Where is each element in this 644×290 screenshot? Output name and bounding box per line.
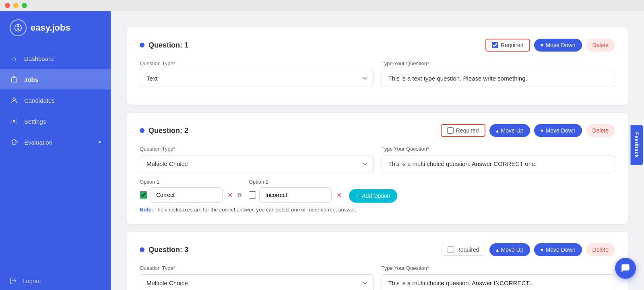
question-3-number: Question: 3 bbox=[149, 246, 188, 254]
option-2-wrap: ✕ bbox=[249, 187, 343, 203]
move-down-button-1[interactable]: ▾ Move Down bbox=[534, 39, 582, 52]
option-2-checkbox[interactable] bbox=[249, 191, 256, 199]
question-2-header: Question: 2 Required ▴ Move Up ▾ Move Do… bbox=[140, 124, 615, 137]
required-checkbox-2[interactable]: Required bbox=[441, 124, 485, 137]
chat-bubble[interactable] bbox=[615, 258, 636, 279]
option-1-copy-button[interactable]: ⧉ bbox=[236, 191, 243, 200]
question-3-form-row: Question Type* Text Multiple Choice Shor… bbox=[140, 265, 615, 290]
question-dot-2 bbox=[140, 128, 144, 133]
settings-icon bbox=[10, 117, 19, 126]
chevron-up-icon-3: ▴ bbox=[496, 246, 499, 253]
option-1-delete-button[interactable]: ✕ bbox=[226, 191, 234, 200]
question-1-controls: Required ▾ Move Down Delete bbox=[485, 39, 615, 52]
nav-label-candidates: Candidates bbox=[24, 97, 55, 104]
nav-label-settings: Settings bbox=[24, 118, 46, 125]
question-1-text-group: Type Your Question* bbox=[382, 60, 615, 87]
sidebar-nav: ⌂ Dashboard Jobs Candidates Settings E bbox=[0, 48, 111, 271]
question-card-2: Question: 2 Required ▴ Move Up ▾ Move Do… bbox=[127, 113, 628, 224]
chevron-down-icon-1: ▾ bbox=[541, 42, 543, 48]
svg-point-1 bbox=[17, 25, 19, 27]
question-3-controls: Required ▴ Move Up ▾ Move Down Delete bbox=[442, 243, 615, 256]
required-checkbox-2-input[interactable] bbox=[447, 127, 454, 134]
question-2-text-group: Type Your Question* bbox=[382, 146, 615, 172]
question-1-type-group: Question Type* Text Multiple Choice Shor… bbox=[140, 60, 374, 87]
question-2-controls: Required ▴ Move Up ▾ Move Down Delete bbox=[441, 124, 615, 137]
question-3-text-input[interactable] bbox=[382, 274, 615, 290]
candidates-icon bbox=[10, 96, 19, 105]
nav-label-jobs: Jobs bbox=[24, 76, 38, 83]
options-row-2: Option 1 ✕ ⧉ Option 2 ✕ bbox=[140, 179, 615, 203]
delete-button-1[interactable]: Delete bbox=[586, 39, 615, 52]
sidebar-item-evaluation[interactable]: Evaluation ▾ bbox=[0, 132, 111, 152]
move-up-button-3[interactable]: ▴ Move Up bbox=[489, 243, 530, 256]
minimize-button[interactable] bbox=[13, 3, 19, 8]
close-button[interactable] bbox=[5, 3, 10, 8]
question-3-type-label: Question Type* bbox=[140, 265, 374, 271]
option-1-input[interactable] bbox=[150, 187, 223, 203]
question-1-type-label: Question Type* bbox=[140, 60, 374, 66]
chat-icon bbox=[620, 263, 631, 273]
question-1-form-row: Question Type* Text Multiple Choice Shor… bbox=[140, 60, 615, 87]
question-1-number: Question: 1 bbox=[149, 41, 188, 50]
window-chrome bbox=[0, 0, 644, 11]
option-1-label: Option 1 bbox=[140, 179, 243, 185]
question-3-text-group: Type Your Question* bbox=[382, 265, 615, 290]
move-down-button-2[interactable]: ▾ Move Down bbox=[534, 124, 582, 137]
nav-label-evaluation: Evaluation bbox=[24, 139, 52, 146]
option-2-actions: ✕ bbox=[335, 191, 343, 200]
logout-item[interactable]: Logout bbox=[0, 271, 111, 290]
question-3-text-label: Type Your Question* bbox=[382, 265, 615, 271]
maximize-button[interactable] bbox=[22, 3, 27, 8]
sidebar-logo: easy.jobs bbox=[0, 11, 111, 48]
svg-point-5 bbox=[13, 120, 15, 122]
sidebar-item-jobs[interactable]: Jobs bbox=[0, 69, 111, 89]
question-3-type-group: Question Type* Text Multiple Choice Shor… bbox=[140, 265, 374, 290]
sidebar-item-settings[interactable]: Settings bbox=[0, 111, 111, 131]
option-2-label: Option 2 bbox=[249, 179, 343, 185]
nav-label-dashboard: Dashboard bbox=[24, 55, 54, 62]
question-2-text-input[interactable] bbox=[382, 155, 615, 172]
option-2-input[interactable] bbox=[259, 187, 332, 203]
svg-point-4 bbox=[13, 98, 15, 100]
sidebar-item-dashboard[interactable]: ⌂ Dashboard bbox=[0, 48, 111, 68]
question-dot-3 bbox=[140, 247, 144, 252]
question-2-title: Question: 2 bbox=[140, 126, 188, 135]
question-1-header: Question: 1 Required ▾ Move Down Delete bbox=[140, 39, 615, 52]
delete-button-3[interactable]: Delete bbox=[586, 243, 615, 256]
option-2-delete-button[interactable]: ✕ bbox=[335, 191, 343, 200]
add-option-button[interactable]: + Add Option bbox=[349, 189, 397, 203]
question-2-text-label: Type Your Question* bbox=[382, 146, 615, 152]
question-2-type-label: Question Type* bbox=[140, 146, 374, 152]
question-dot-1 bbox=[140, 43, 144, 48]
svg-rect-3 bbox=[11, 78, 17, 82]
question-2-type-select[interactable]: Text Multiple Choice Short Answer bbox=[140, 155, 374, 172]
required-checkbox-3-input[interactable] bbox=[448, 246, 454, 253]
option-1-checkbox[interactable] bbox=[140, 191, 147, 199]
required-label-2: Required bbox=[456, 127, 479, 134]
move-down-button-3[interactable]: ▾ Move Down bbox=[534, 243, 582, 256]
required-label-1: Required bbox=[501, 42, 524, 48]
evaluation-icon bbox=[10, 138, 19, 147]
logout-label: Logout bbox=[23, 278, 41, 284]
feedback-tab[interactable]: Feedback bbox=[631, 125, 643, 165]
question-3-type-select[interactable]: Text Multiple Choice Short Answer bbox=[140, 274, 374, 290]
required-label-3: Required bbox=[456, 246, 479, 253]
required-checkbox-3[interactable]: Required bbox=[442, 244, 485, 256]
question-1-text-input[interactable] bbox=[382, 70, 615, 87]
question-3-header: Question: 3 Required ▴ Move Up ▾ Move Do… bbox=[140, 243, 615, 256]
option-group-2: Option 2 ✕ bbox=[249, 179, 343, 203]
option-group-1: Option 1 ✕ ⧉ bbox=[140, 179, 243, 203]
required-checkbox-1-input[interactable] bbox=[492, 42, 498, 48]
note-label: Note: bbox=[140, 207, 153, 213]
move-up-button-2[interactable]: ▴ Move Up bbox=[489, 124, 530, 137]
chevron-down-icon-2: ▾ bbox=[541, 127, 543, 134]
delete-button-2[interactable]: Delete bbox=[586, 124, 615, 137]
chevron-down-icon: ▾ bbox=[99, 139, 101, 145]
question-1-type-select[interactable]: Text Multiple Choice Short Answer bbox=[140, 70, 374, 87]
sidebar-item-candidates[interactable]: Candidates bbox=[0, 90, 111, 110]
option-1-wrap: ✕ ⧉ bbox=[140, 187, 243, 203]
question-card-1: Question: 1 Required ▾ Move Down Delete … bbox=[127, 27, 628, 105]
plus-icon: + bbox=[356, 193, 359, 199]
required-checkbox-1[interactable]: Required bbox=[485, 39, 530, 52]
question-2-type-group: Question Type* Text Multiple Choice Shor… bbox=[140, 146, 374, 172]
